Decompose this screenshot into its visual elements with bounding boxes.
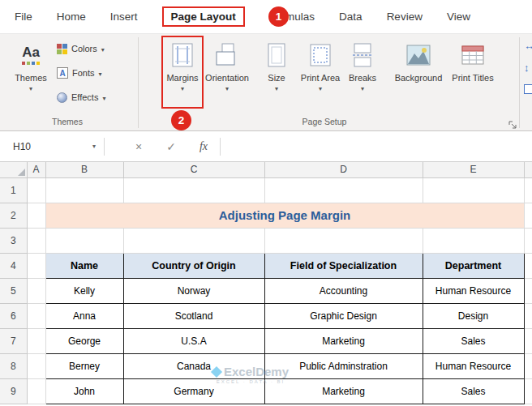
col-header-b[interactable]: B [45,162,123,177]
table-header-cell[interactable]: Name [45,253,123,278]
row-header[interactable]: 9 [0,378,27,404]
table-cell[interactable]: Accounting [264,278,423,303]
table-cell[interactable]: Design [423,303,524,328]
select-all-corner[interactable] [0,162,27,177]
table-cell[interactable]: Sales [423,328,524,353]
scale-option-icon[interactable] [524,84,532,94]
table-cell[interactable]: John [45,378,123,404]
cell[interactable] [423,228,524,253]
cell[interactable] [123,228,264,253]
col-header-c[interactable]: C [123,162,264,177]
table-cell[interactable]: U.S.A [123,328,264,353]
cell[interactable] [423,177,524,203]
effects-button[interactable]: Effects ▾ [57,89,105,105]
print-area-button[interactable]: Print Area ▾ [299,37,341,120]
table-cell[interactable]: George [45,328,123,353]
breaks-icon [352,41,373,70]
cell[interactable] [45,177,123,203]
row-header[interactable]: 3 [0,228,27,253]
fonts-button[interactable]: A Fonts ▾ [57,65,102,81]
cell[interactable] [524,278,532,303]
table-header-cell[interactable]: Department [423,253,524,278]
formula-input[interactable] [221,131,532,161]
tab-file[interactable]: File [15,11,32,23]
cell[interactable] [27,228,45,253]
colors-button[interactable]: Colors ▾ [57,41,105,57]
col-header-clipped[interactable] [524,162,532,177]
table-cell[interactable]: Anna [45,303,123,328]
row-header[interactable]: 5 [0,278,27,303]
breaks-button[interactable]: Breaks ▾ [343,37,382,120]
table-cell[interactable]: Kelly [45,278,123,303]
background-button[interactable]: Background [387,37,450,120]
cell[interactable] [27,177,45,203]
cell[interactable] [45,228,123,253]
cell[interactable] [27,278,45,303]
orientation-icon [215,41,239,70]
tab-page-layout[interactable]: Page Layout [162,6,245,27]
row-header[interactable]: 6 [0,303,27,328]
name-box[interactable]: H10 ▾ [0,131,104,161]
tab-home[interactable]: Home [57,11,86,23]
table-cell[interactable]: Marketing [264,378,423,404]
orientation-button[interactable]: Orientation ▾ [202,37,252,120]
table-header-cell[interactable]: Field of Specialization [264,253,423,278]
chevron-down-icon[interactable]: ▾ [92,143,96,150]
page-setup-dialog-launcher-icon[interactable] [508,118,517,131]
table-cell[interactable]: Norway [123,278,264,303]
tab-data[interactable]: Data [339,11,363,23]
table-cell[interactable]: Human Resource [423,353,524,378]
cell[interactable] [524,228,532,253]
print-area-icon [309,41,332,70]
table-cell[interactable]: Canada [123,353,264,378]
cell[interactable] [524,378,532,404]
cell[interactable] [27,378,45,404]
table-cell[interactable]: Public Adminstration [264,353,423,378]
row-header[interactable]: 8 [0,353,27,378]
themes-button[interactable]: Aa Themes ▾ [11,37,50,120]
cell[interactable] [524,303,532,328]
print-titles-button[interactable]: Print Titles [452,37,494,120]
row-header[interactable]: 1 [0,177,27,203]
sheet-title-cell[interactable]: Adjusting Page Margin [45,203,524,228]
cell[interactable] [27,353,45,378]
col-header-e[interactable]: E [423,162,524,177]
row-header[interactable]: 7 [0,328,27,353]
scale-width-icon[interactable]: ↔ [524,41,532,52]
cell[interactable] [524,253,532,278]
col-header-d[interactable]: D [264,162,423,177]
cell[interactable] [27,303,45,328]
annotation-step-1: 1 [268,6,289,27]
table-cell[interactable]: Graphic Design [264,303,423,328]
cell[interactable] [524,353,532,378]
tab-view[interactable]: View [447,11,470,23]
table-cell[interactable]: Sales [423,378,524,404]
cell[interactable] [264,177,423,203]
table-header-cell[interactable]: Country of Origin [123,253,264,278]
cell[interactable] [123,177,264,203]
cell[interactable] [27,203,45,228]
table-cell[interactable]: Berney [45,353,123,378]
row-header[interactable]: 4 [0,253,27,278]
cell[interactable] [524,328,532,353]
table-cell[interactable]: Marketing [264,328,423,353]
cell[interactable] [27,328,45,353]
insert-function-button[interactable]: fx [187,140,220,153]
col-header-a[interactable]: A [27,162,45,177]
tab-insert[interactable]: Insert [110,11,138,23]
size-button[interactable]: Size ▾ [257,37,296,120]
table-cell[interactable]: Germany [123,378,264,404]
cancel-button[interactable]: × [122,140,155,153]
table-cell[interactable]: Human Resource [423,278,524,303]
cell[interactable] [524,203,532,228]
scale-height-icon[interactable]: ↕ [524,62,532,74]
page-setup-group-label: Page Setup [142,117,507,126]
row-header[interactable]: 2 [0,203,27,228]
chevron-down-icon: ▾ [319,85,322,92]
enter-button[interactable]: ✓ [155,140,187,153]
cell[interactable] [27,253,45,278]
cell[interactable] [524,177,532,203]
tab-review[interactable]: Review [387,11,423,23]
cell[interactable] [264,228,423,253]
table-cell[interactable]: Scotland [123,303,264,328]
